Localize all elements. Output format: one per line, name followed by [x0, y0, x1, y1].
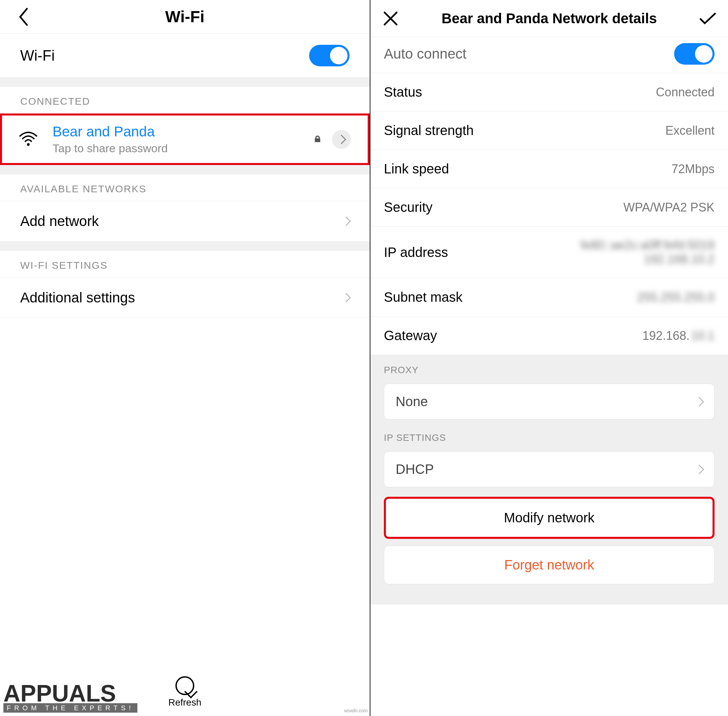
ip-row: IP address fe80::ae2c:a0ff:fefd:5019 192… [370, 227, 728, 278]
status-key: Status [384, 85, 656, 100]
details-title: Bear and Panda Network details [401, 11, 698, 27]
divider [0, 241, 370, 251]
watermark-logo: APPUALS FROM THE EXPERTS! [3, 682, 137, 713]
checkmark-icon [699, 12, 717, 25]
status-row: Status Connected [370, 73, 728, 111]
refresh-label: Refresh [168, 697, 201, 708]
divider [0, 77, 370, 87]
network-details-screen: Bear and Panda Network details Auto conn… [370, 0, 728, 716]
ip-key: IP address [384, 245, 581, 260]
network-detail-button[interactable] [332, 130, 351, 149]
gateway-value: 192.168.10.1 [643, 329, 714, 343]
ip-settings-select[interactable]: DHCP [384, 451, 714, 487]
wifi-signal-icon [19, 132, 39, 147]
additional-settings-label: Additional settings [20, 290, 135, 306]
subnet-value: 255.255.255.0 [637, 290, 714, 305]
security-key: Security [384, 200, 623, 215]
auto-connect-label: Auto connect [384, 46, 674, 62]
attribution-text: wsxdn.com [344, 708, 368, 713]
signal-key: Signal strength [384, 123, 665, 138]
wifi-toggle-label: Wi-Fi [20, 47, 309, 64]
additional-settings-row[interactable]: Additional settings [0, 278, 370, 318]
subnet-row: Subnet mask 255.255.255.0 [370, 278, 728, 317]
subnet-key: Subnet mask [384, 290, 637, 305]
close-icon [383, 11, 398, 26]
add-network-row[interactable]: Add network [0, 201, 370, 241]
gateway-key: Gateway [384, 328, 643, 343]
section-wifi-settings-header: WI-FI SETTINGS [0, 251, 370, 278]
chevron-right-icon [341, 293, 351, 302]
chevron-right-icon [337, 134, 346, 144]
chevron-right-icon [695, 464, 704, 474]
section-available-header: AVAILABLE NETWORKS [0, 174, 370, 201]
section-ip-settings-header: IP SETTINGS [370, 429, 728, 447]
status-value: Connected [656, 85, 714, 99]
auto-connect-toggle[interactable] [674, 43, 714, 65]
connected-network-text: Bear and Panda Tap to share password [53, 124, 168, 155]
chevron-right-icon [695, 397, 704, 406]
modify-network-button[interactable]: Modify network [384, 497, 714, 539]
ip-value: fe80::ae2c:a0ff:fefd:5019 192.168.10.2 [581, 238, 714, 266]
wifi-settings-screen: Wi-Fi Wi-Fi CONNECTED Bear and Panda Tap… [0, 0, 370, 716]
auto-connect-row[interactable]: Auto connect [370, 37, 728, 73]
svg-point-0 [27, 143, 30, 146]
connected-network-name: Bear and Panda [53, 124, 168, 140]
security-value: WPA/WPA2 PSK [623, 200, 714, 214]
signal-value: Excellent [665, 124, 714, 138]
linkspeed-key: Link speed [384, 161, 672, 176]
signal-row: Signal strength Excellent [370, 111, 728, 150]
connected-network-row[interactable]: Bear and Panda Tap to share password 🔒︎ [0, 114, 370, 165]
linkspeed-row: Link speed 72Mbps [370, 150, 728, 188]
connected-network-subtitle: Tap to share password [53, 142, 168, 155]
details-header: Bear and Panda Network details [370, 0, 728, 37]
confirm-button[interactable] [698, 8, 718, 29]
refresh-button[interactable]: Refresh [168, 676, 201, 708]
chevron-left-icon [18, 8, 30, 26]
forget-network-button[interactable]: Forget network [384, 546, 714, 584]
lock-icon: 🔒︎ [313, 134, 322, 144]
wifi-header: Wi-Fi [0, 0, 370, 34]
close-button[interactable] [381, 8, 401, 29]
gateway-row: Gateway 192.168.10.1 [370, 317, 728, 355]
linkspeed-value: 72Mbps [672, 162, 714, 176]
divider [0, 165, 370, 174]
proxy-select[interactable]: None [384, 384, 714, 420]
security-row: Security WPA/WPA2 PSK [370, 188, 728, 227]
add-network-label: Add network [20, 213, 99, 229]
wifi-toggle[interactable] [309, 45, 349, 66]
section-proxy-header: PROXY [370, 355, 728, 379]
back-button[interactable] [10, 3, 37, 30]
refresh-icon [176, 676, 194, 695]
section-connected-header: CONNECTED [0, 87, 370, 114]
wifi-title: Wi-Fi [37, 8, 370, 26]
proxy-value: None [396, 394, 428, 409]
chevron-right-icon [341, 216, 351, 226]
wifi-toggle-row[interactable]: Wi-Fi [0, 34, 370, 77]
ip-settings-value: DHCP [396, 462, 434, 477]
